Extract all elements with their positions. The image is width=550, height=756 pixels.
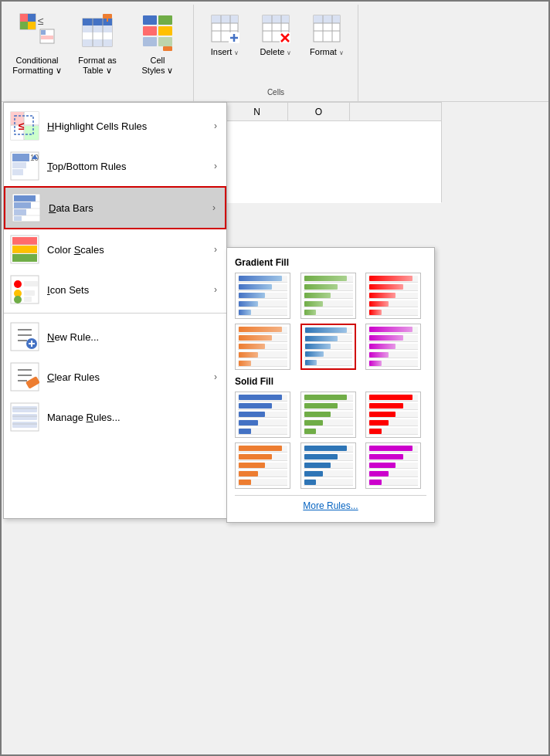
solid-purple-item[interactable] bbox=[365, 442, 421, 489]
manage-rules-text: Manage Rules... bbox=[47, 412, 217, 423]
conditional-formatting-dropdown: ≤ HHighlight Cells Rules › 10 bbox=[3, 102, 227, 519]
svg-rect-24 bbox=[158, 37, 172, 46]
svg-point-80 bbox=[14, 280, 22, 288]
top-bottom-text: Top/Bottom Rules bbox=[47, 161, 211, 172]
menu-item-manage-rules[interactable]: Manage Rules... bbox=[4, 397, 226, 437]
solid-orange-item[interactable] bbox=[235, 442, 290, 489]
svg-rect-68 bbox=[14, 209, 26, 215]
gradient-blue-item[interactable] bbox=[235, 273, 290, 319]
gradient-green-item[interactable] bbox=[300, 273, 356, 319]
icon-sets-text: Icon Sets bbox=[47, 284, 211, 296]
data-bars-submenu: Gradient Fill bbox=[226, 247, 435, 523]
conditional-formatting-label: Conditional Formatting ∨ bbox=[12, 56, 62, 76]
svg-rect-2 bbox=[28, 14, 36, 22]
clear-rules-text: Clear Rules bbox=[47, 371, 211, 383]
highlight-cells-arrow: › bbox=[214, 120, 217, 131]
solid-red-item[interactable] bbox=[365, 392, 421, 438]
svg-rect-20 bbox=[158, 15, 172, 25]
svg-rect-23 bbox=[143, 37, 157, 46]
svg-text:≤: ≤ bbox=[19, 120, 25, 132]
cells-group-label: Cells bbox=[267, 86, 284, 98]
menu-item-color-scales[interactable]: Color Scales › bbox=[4, 229, 226, 270]
icon-sets-icon bbox=[10, 275, 39, 304]
svg-rect-60 bbox=[12, 154, 29, 161]
icon-sets-arrow: › bbox=[214, 284, 217, 295]
menu-item-clear-rules[interactable]: Clear Rules › bbox=[4, 357, 226, 397]
styles-buttons: ≤ Conditional Formatting ∨ bbox=[8, 8, 187, 98]
ribbon: ≤ Conditional Formatting ∨ bbox=[2, 2, 548, 102]
solid-green-item[interactable] bbox=[300, 392, 356, 438]
svg-rect-1 bbox=[20, 14, 28, 22]
svg-rect-61 bbox=[12, 162, 26, 168]
dropdown-overlay: ≤ HHighlight Cells Rules › 10 bbox=[3, 102, 435, 523]
svg-rect-66 bbox=[14, 195, 36, 202]
cells-group: Insert ∨ bbox=[194, 5, 358, 101]
svg-rect-21 bbox=[143, 26, 157, 36]
gradient-fill-title: Gradient Fill bbox=[235, 257, 426, 268]
conditional-formatting-button[interactable]: ≤ Conditional Formatting ∨ bbox=[8, 8, 66, 77]
svg-rect-52 bbox=[25, 112, 39, 125]
svg-rect-7 bbox=[41, 30, 46, 35]
top-bottom-icon: 10 bbox=[10, 151, 39, 181]
svg-rect-17 bbox=[103, 14, 112, 19]
solid-fill-grid bbox=[235, 392, 426, 489]
svg-rect-3 bbox=[20, 22, 28, 29]
more-rules-link[interactable]: More Rules... bbox=[235, 495, 426, 516]
svg-rect-75 bbox=[12, 246, 37, 253]
svg-rect-67 bbox=[14, 202, 31, 208]
gradient-blue2-item[interactable] bbox=[300, 324, 356, 370]
format-button[interactable]: Format ∨ bbox=[304, 11, 350, 73]
solid-blue-item[interactable] bbox=[235, 392, 290, 438]
menu-item-icon-sets[interactable]: Icon Sets › bbox=[4, 270, 226, 310]
cell-styles-icon bbox=[141, 12, 174, 53]
svg-text:≤: ≤ bbox=[38, 15, 44, 27]
svg-rect-101 bbox=[12, 422, 37, 428]
svg-rect-13 bbox=[83, 32, 112, 39]
svg-rect-8 bbox=[46, 30, 53, 35]
color-scales-text: Color Scales bbox=[47, 244, 211, 256]
new-rule-text: New Rule... bbox=[47, 331, 217, 343]
color-scales-icon bbox=[10, 235, 39, 264]
gradient-purple-item[interactable] bbox=[365, 324, 421, 370]
menu-item-data-bars[interactable]: Data Bars › bbox=[4, 186, 226, 229]
data-bars-text: Data Bars bbox=[49, 202, 209, 214]
svg-rect-100 bbox=[12, 414, 37, 420]
svg-rect-4 bbox=[28, 22, 36, 29]
format-label: Format ∨ bbox=[310, 47, 344, 57]
svg-rect-84 bbox=[24, 290, 35, 296]
insert-icon bbox=[210, 14, 239, 45]
data-bars-arrow: › bbox=[212, 202, 216, 213]
svg-rect-83 bbox=[24, 281, 38, 286]
solid-blue2-item[interactable] bbox=[300, 442, 356, 489]
svg-rect-74 bbox=[12, 237, 37, 245]
svg-point-82 bbox=[14, 296, 22, 303]
clear-rules-icon bbox=[10, 362, 39, 392]
svg-rect-45 bbox=[314, 15, 340, 23]
gradient-red-item[interactable] bbox=[365, 273, 421, 319]
delete-button[interactable]: Delete ∨ bbox=[253, 11, 299, 73]
svg-rect-9 bbox=[41, 36, 53, 39]
cells-buttons: Insert ∨ bbox=[202, 8, 350, 85]
cell-styles-button[interactable]: Cell Styles ∨ bbox=[128, 8, 187, 77]
highlight-cells-text: HHighlight Cells Rules bbox=[47, 120, 211, 132]
manage-rules-icon bbox=[10, 402, 39, 432]
menu-item-top-bottom[interactable]: 10 Top/Bottom Rules › bbox=[4, 146, 226, 186]
svg-rect-99 bbox=[12, 406, 37, 412]
gradient-orange-item[interactable] bbox=[235, 324, 290, 370]
data-bars-icon bbox=[12, 193, 41, 222]
clear-rules-arrow: › bbox=[214, 371, 217, 382]
styles-group: ≤ Conditional Formatting ∨ bbox=[2, 5, 194, 101]
menu-item-new-rule[interactable]: New Rule... bbox=[4, 317, 226, 357]
svg-rect-19 bbox=[143, 15, 157, 25]
menu-item-highlight-cells[interactable]: ≤ HHighlight Cells Rules › bbox=[4, 106, 226, 146]
svg-rect-14 bbox=[83, 39, 112, 46]
highlight-cells-icon: ≤ bbox=[10, 111, 39, 141]
insert-button[interactable]: Insert ∨ bbox=[202, 11, 248, 73]
gradient-fill-grid bbox=[235, 273, 426, 370]
svg-rect-22 bbox=[158, 26, 172, 36]
format-as-table-button[interactable]: Format as Table ∨ bbox=[68, 8, 127, 77]
conditional-formatting-icon: ≤ bbox=[19, 12, 56, 53]
format-as-table-label: Format as Table ∨ bbox=[78, 56, 117, 76]
new-rule-icon bbox=[10, 322, 39, 351]
format-as-table-icon bbox=[81, 12, 114, 53]
